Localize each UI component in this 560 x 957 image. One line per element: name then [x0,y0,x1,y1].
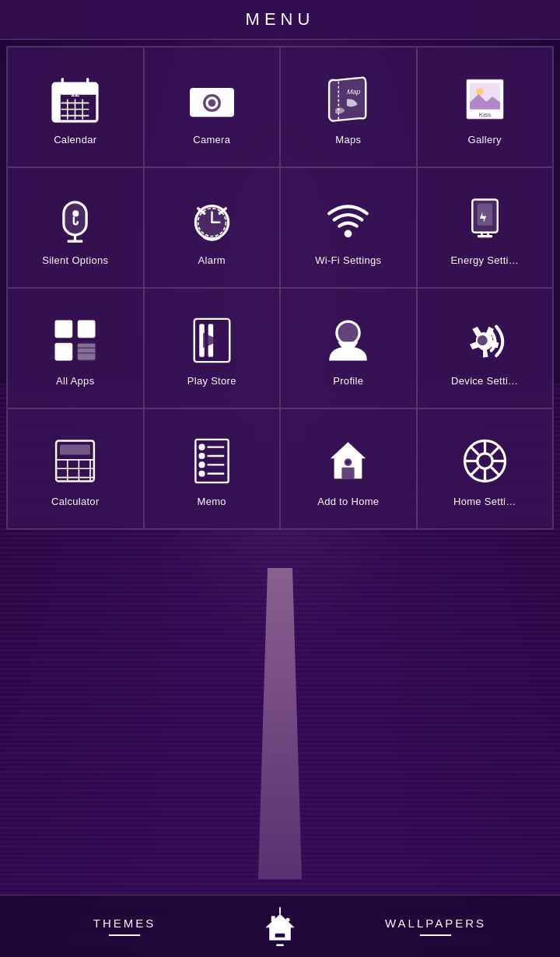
svg-point-70 [198,470,205,476]
svg-rect-72 [342,467,355,478]
svg-rect-91 [276,944,284,946]
camera-label: Camera [193,134,230,145]
svg-rect-11 [53,83,61,121]
svg-point-54 [478,335,488,345]
add-to-home-label: Add to Home [317,496,379,507]
themes-button[interactable]: THEMES [0,909,249,944]
alarm-label: Alarm [198,254,226,266]
svg-rect-87 [275,937,286,940]
svg-rect-88 [271,916,275,922]
menu-item-calendar[interactable]: 12 Calendar [7,47,144,167]
svg-point-68 [198,461,205,468]
maps-icon: Map [321,72,376,126]
svg-line-85 [491,446,499,454]
bottom-bar: THEMES WALLPAPERS [0,895,560,957]
svg-rect-56 [60,444,90,454]
svg-rect-42 [55,342,73,360]
svg-rect-25 [64,202,86,234]
camera-icon [184,72,239,126]
svg-line-83 [471,446,479,454]
all-apps-icon [48,313,103,367]
device-settings-label: Device Setti… [451,375,518,387]
wallpapers-button[interactable]: WALLPAPERS [311,909,560,944]
gallery-icon: Kiss [457,72,512,126]
svg-point-22 [476,87,484,95]
svg-point-66 [198,452,205,458]
profile-label: Profile [333,375,363,387]
all-apps-label: All Apps [56,375,94,387]
gallery-label: Gallery [468,134,502,145]
svg-rect-41 [55,320,73,338]
memo-icon [184,433,239,488]
home-settings-label: Home Setti… [453,496,516,507]
svg-text:12: 12 [71,89,80,98]
menu-item-silent-options[interactable]: Silent Options [7,167,144,288]
profile-icon [321,313,376,367]
menu-item-device-settings[interactable]: Device Setti… [417,288,554,408]
menu-item-energy-settings[interactable]: Energy Setti… [417,167,554,288]
maps-label: Maps [335,134,361,145]
svg-point-89 [286,917,290,921]
svg-point-36 [345,230,352,237]
svg-point-53 [338,322,359,342]
silent-options-label: Silent Options [42,254,108,266]
svg-line-84 [491,467,499,475]
calculator-icon [48,433,103,488]
play-store-icon [184,313,239,367]
menu-item-calculator[interactable]: Calculator [7,408,144,529]
menu-item-wifi-settings[interactable]: Wi-Fi Settings [280,167,417,288]
home-icon [261,907,299,946]
svg-text:Map: Map [347,88,360,96]
calculator-label: Calculator [51,496,100,507]
menu-grid: 12 Calendar Camera Map Maps Kiss Gallery [6,46,554,530]
menu-item-maps[interactable]: Map Maps [280,47,417,167]
svg-rect-17 [222,91,228,96]
memo-label: Memo [198,496,226,507]
menu-item-play-store[interactable]: Play Store [144,288,281,408]
svg-point-16 [208,99,215,107]
menu-item-alarm[interactable]: Alarm [144,167,281,288]
alarm-icon [184,192,239,247]
calendar-icon: 12 [48,72,103,126]
menu-item-add-to-home[interactable]: Add to Home [280,408,417,529]
silent-options-icon [48,192,103,247]
wifi-settings-icon [321,192,376,247]
calendar-label: Calendar [54,134,96,145]
svg-point-28 [73,210,79,216]
energy-settings-label: Energy Setti… [450,254,519,266]
menu-title: MENU [246,9,315,29]
svg-point-74 [346,460,350,464]
home-button[interactable] [249,907,311,946]
menu-item-all-apps[interactable]: All Apps [7,288,144,408]
svg-rect-44 [78,342,96,360]
device-settings-icon [457,313,512,367]
menu-item-home-settings[interactable]: Home Setti… [417,408,554,529]
energy-settings-icon [457,192,512,247]
svg-rect-37 [478,203,493,225]
svg-text:Kiss: Kiss [479,111,491,118]
play-store-label: Play Store [187,375,236,387]
menu-item-camera[interactable]: Camera [144,47,281,167]
svg-rect-13 [191,87,201,93]
wifi-settings-label: Wi-Fi Settings [315,254,381,266]
add-to-home-icon [321,433,376,488]
svg-line-86 [471,467,479,475]
svg-rect-43 [78,320,96,338]
menu-header: MENU [0,0,560,40]
svg-point-64 [198,443,205,450]
menu-item-profile[interactable]: Profile [280,288,417,408]
svg-point-78 [478,453,493,468]
menu-item-memo[interactable]: Memo [144,408,281,529]
home-settings-icon [457,433,512,488]
menu-item-gallery[interactable]: Kiss Gallery [417,47,554,167]
